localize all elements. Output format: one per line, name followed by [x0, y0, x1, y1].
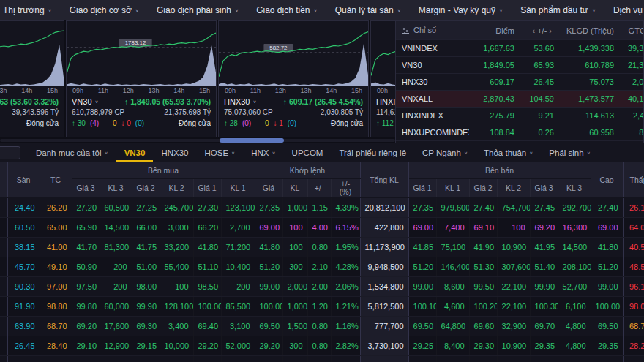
table-row[interactable]: 63.9068.7069.2017,60069.303,40069.403,10…: [0, 316, 644, 336]
cell-bid3-price[interactable]: 65.90: [72, 217, 100, 237]
table-row[interactable]: 45.7049.1050.9020051.0055,40051.1010,400…: [0, 257, 644, 276]
tab-hnx[interactable]: HNX∨: [243, 143, 283, 162]
cell-match-vol[interactable]: 1,500: [282, 316, 307, 336]
cell-ref-price[interactable]: 26.20: [40, 197, 72, 217]
cell-ask2-vol[interactable]: 10,900: [497, 237, 530, 257]
index-row-vnxall[interactable]: VNXALL2,870.43104.591,473.57740,140.662: [396, 91, 643, 108]
cell-change[interactable]: 1.15: [307, 197, 331, 217]
index-header-2[interactable]: ‹+/-›: [520, 26, 560, 35]
cell-ask2-price[interactable]: 99.50: [469, 276, 497, 296]
cell-change-pct[interactable]: 4.28%: [331, 257, 360, 276]
cell-floor-price[interactable]: 91.90: [7, 296, 40, 316]
cell-ask2-price[interactable]: 69.60: [469, 316, 497, 336]
cell-ask2-vol[interactable]: 754,700: [497, 197, 530, 217]
cell-change-pct[interactable]: 2.82%: [331, 336, 360, 355]
cell-bid2-price[interactable]: 41.75: [132, 237, 160, 257]
cell-ref-price[interactable]: 97.00: [40, 276, 72, 296]
cell-ask1-vol[interactable]: 979,600: [436, 197, 469, 217]
cell-bid1-price[interactable]: 66.20: [193, 217, 221, 237]
cell-ask3-vol[interactable]: 292,700: [558, 197, 591, 217]
cell-high[interactable]: 99.00: [591, 276, 623, 296]
table-row[interactable]: 60.5065.0065.9014,50066.003,00066.202,70…: [0, 217, 644, 237]
cell-bid2-price[interactable]: 27.25: [132, 197, 160, 217]
cell-change[interactable]: 1.20: [307, 296, 331, 316]
cell-ask2-price[interactable]: 69.10: [469, 217, 497, 237]
tab-upcom[interactable]: UPCOM: [284, 143, 332, 162]
tab-ph-i-sinh[interactable]: Phái sinh∨: [541, 143, 598, 162]
cell-bid2-vol[interactable]: 10,000: [160, 336, 193, 355]
cell-ask2-vol[interactable]: 307,600: [497, 257, 530, 276]
cell-high[interactable]: 29.35: [591, 336, 623, 355]
cell-bid3-price[interactable]: 69.20: [72, 316, 100, 336]
cell-ask1-vol[interactable]: 7,400: [436, 217, 469, 237]
cell-ask3-price[interactable]: 41.95: [530, 237, 558, 257]
cell-ask3-price[interactable]: 27.45: [530, 197, 558, 217]
cell-high[interactable]: 69.00: [591, 217, 623, 237]
cell-match-vol[interactable]: 300: [282, 257, 307, 276]
cell-high[interactable]: 100.00: [591, 296, 623, 316]
cell-bid2-price[interactable]: 29.15: [132, 336, 160, 355]
cell-ask1-vol[interactable]: 8,600: [436, 276, 469, 296]
cell-floor-price[interactable]: 45.70: [7, 257, 40, 276]
cell-ask3-vol[interactable]: 4,800: [558, 336, 591, 355]
cell-total-vol[interactable]: 777,700: [360, 316, 408, 336]
cell-match-vol[interactable]: 1,000: [282, 197, 307, 217]
index-name-dropdown[interactable]: HNXINDEX∨: [376, 97, 395, 106]
scrollbar-thumb[interactable]: [220, 138, 284, 143]
cell-ask2-vol[interactable]: 100: [497, 217, 530, 237]
menu-item-5[interactable]: Margin - Vay ký quỹ∨: [419, 5, 503, 15]
cell-ask3-vol[interactable]: 208,100: [558, 257, 591, 276]
cell-ask1-price[interactable]: 99.00: [408, 276, 436, 296]
cell-bid2-vol[interactable]: 128,100: [160, 296, 193, 316]
cell-total-vol[interactable]: 422,800: [360, 217, 408, 237]
menu-item-4[interactable]: Quản lý tài sản∨: [335, 5, 401, 15]
cell-ask1-vol[interactable]: 75,100: [436, 237, 469, 257]
cell-bid3-price[interactable]: 41.70: [72, 237, 100, 257]
tab-hose[interactable]: HOSE∨: [196, 143, 243, 162]
cell-match-price[interactable]: 69.50: [255, 316, 282, 336]
cell-bid1-price[interactable]: 100.00: [193, 296, 221, 316]
cell-ask1-price[interactable]: 69.50: [408, 316, 436, 336]
cell-bid2-vol[interactable]: 3,000: [160, 217, 193, 237]
cell-bid3-price[interactable]: 29.10: [72, 336, 100, 355]
cell-total-vol[interactable]: 2,104,300: [360, 355, 408, 362]
cell-bid2-price[interactable]: 23.15: [132, 355, 160, 362]
cell-low[interactable]: 48.50: [623, 257, 644, 276]
cell-bid1-price[interactable]: 41.80: [193, 237, 221, 257]
cell-high[interactable]: 27.40: [591, 197, 623, 217]
tab-hnx30[interactable]: HNX30: [153, 143, 196, 162]
cell-match-price[interactable]: 27.35: [255, 197, 282, 217]
cell-low[interactable]: 40.55: [623, 237, 644, 257]
cell-change[interactable]: 4.00: [307, 217, 331, 237]
table-row[interactable]: 21.2522.8523.105,20023.158,10023.2012,40…: [0, 355, 644, 362]
cell-bid1-price[interactable]: 98.50: [193, 276, 221, 296]
cell-bid3-vol[interactable]: 17,600: [100, 316, 132, 336]
cell-change-pct[interactable]: 2.06%: [331, 276, 360, 296]
cell-bid1-price[interactable]: 29.20: [193, 336, 221, 355]
cell-ask3-price[interactable]: 100.30: [530, 296, 558, 316]
cell-bid2-vol[interactable]: 245,700: [160, 197, 193, 217]
cell-bid2-price[interactable]: 51.00: [132, 257, 160, 276]
cell-change[interactable]: 2.10: [307, 257, 331, 276]
cell-bid2-price[interactable]: 99.90: [132, 296, 160, 316]
cell-floor-price[interactable]: 21.25: [7, 355, 40, 362]
search-input[interactable]: [0, 146, 20, 159]
index-row-vn30[interactable]: VN301,849.0565.93610.78921,375.698: [396, 57, 643, 74]
cell-ask1-price[interactable]: 51.20: [408, 257, 436, 276]
cell-change-pct[interactable]: 1.95%: [331, 237, 360, 257]
cell-bid1-price[interactable]: 69.40: [193, 316, 221, 336]
cell-bid3-price[interactable]: 50.90: [72, 257, 100, 276]
cell-ask1-vol[interactable]: 15,600: [436, 355, 469, 362]
cell-ask1-price[interactable]: 41.85: [408, 237, 436, 257]
cell-ask2-price[interactable]: 100.20: [469, 296, 497, 316]
cell-ask1-vol[interactable]: 64,800: [436, 316, 469, 336]
filter-icon[interactable]: [402, 27, 409, 36]
cell-ask2-price[interactable]: 41.90: [469, 237, 497, 257]
scrollbar-track[interactable]: [0, 139, 395, 142]
cell-floor-price[interactable]: 38.15: [7, 237, 40, 257]
index-name-dropdown[interactable]: HNX30∨: [224, 97, 257, 106]
cell-match-vol[interactable]: 100: [282, 217, 307, 237]
cell-low[interactable]: 96.10: [623, 276, 644, 296]
cell-ask3-price[interactable]: 69.70: [530, 316, 558, 336]
table-row[interactable]: 38.1541.0041.7081,30041.7533,20041.8071,…: [0, 237, 644, 257]
